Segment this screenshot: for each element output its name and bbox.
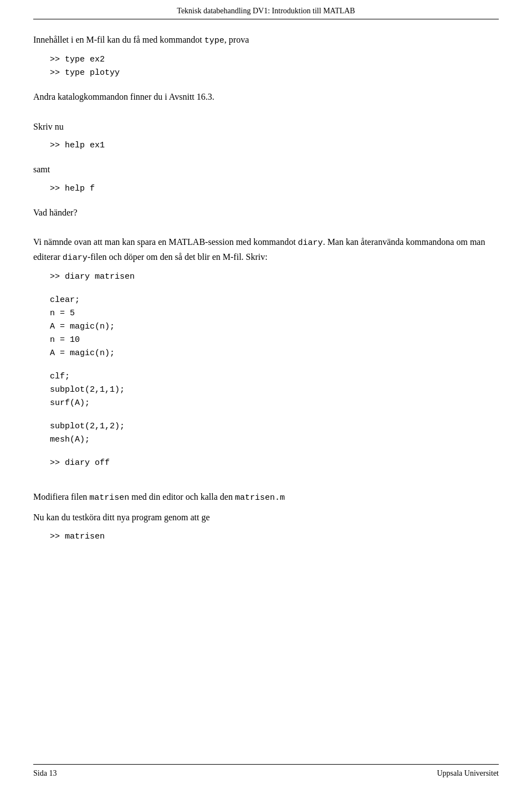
code-block-diary-off: >> diary off	[50, 457, 499, 470]
nu-kan-text: Nu kan du testköra ditt nya program geno…	[33, 513, 210, 522]
modifiera-text-2: med din editor och kalla den	[129, 492, 235, 501]
page-header: Teknisk databehandling DV1: Introduktion…	[33, 0, 499, 19]
code-block-clf-surf: clf; subplot(2,1,1); surf(A);	[50, 370, 499, 410]
code-diary-matrisen-text: >> diary matrisen	[50, 272, 135, 281]
intro-paragraph: Innehållet i en M-fil kan du få med komm…	[33, 33, 499, 48]
code-clf-surf-text: clf; subplot(2,1,1); surf(A);	[50, 372, 125, 408]
intro-text-1: Innehållet i en M-fil kan du få med komm…	[33, 35, 204, 44]
modifiera-paragraph: Modifiera filen matrisen med din editor …	[33, 490, 499, 505]
matrisen-inline-code-1: matrisen	[89, 493, 129, 503]
nu-kan-paragraph: Nu kan du testköra ditt nya program geno…	[33, 510, 499, 525]
code-block-diary-matrisen: >> diary matrisen	[50, 270, 499, 284]
diary-text-3: -filen och döper om den så det blir en M…	[88, 252, 268, 262]
code-clear-magic-text: clear; n = 5 A = magic(n); n = 10 A = ma…	[50, 295, 115, 358]
vad-hander-text: Vad händer?	[33, 208, 78, 217]
page-content: Innehållet i en M-fil kan du få med komm…	[33, 33, 499, 598]
diary-inline-code-1: diary	[298, 238, 323, 248]
skriv-nu-text: Skriv nu	[33, 122, 64, 131]
katalog-text: Andra katalogkommandon finner du i Avsni…	[33, 92, 214, 101]
code-block-help-f: >> help f	[50, 182, 499, 196]
code-block-type: >> type ex2 >> type plotyy	[50, 53, 499, 80]
code-block-clear-magic: clear; n = 5 A = magic(n); n = 10 A = ma…	[50, 294, 499, 360]
code-block-subplot-mesh: subplot(2,1,2); mesh(A);	[50, 420, 499, 447]
page-number: Sida 13	[33, 769, 57, 778]
diary-inline-code-2: diary	[63, 253, 88, 263]
samt-text: samt	[33, 165, 50, 174]
institution-name: Uppsala Universitet	[437, 769, 499, 778]
code-diary-off-text: >> diary off	[50, 458, 110, 468]
code-help-ex1-text: >> help ex1	[50, 141, 105, 150]
header-title: Teknisk databehandling DV1: Introduktion…	[177, 7, 355, 15]
code-run-matrisen-text: >> matrisen	[50, 532, 105, 541]
modifiera-text-1: Modifiera filen	[33, 492, 89, 501]
matrisen-m-inline-code: matrisen.m	[235, 493, 285, 503]
diary-paragraph: Vi nämnde ovan att man kan spara en MATL…	[33, 235, 499, 265]
code-subplot-mesh-text: subplot(2,1,2); mesh(A);	[50, 422, 125, 444]
skriv-nu-label: Skriv nu	[33, 120, 499, 134]
code-block-run-matrisen: >> matrisen	[50, 530, 499, 544]
vad-hander-paragraph: Vad händer?	[33, 206, 499, 220]
page-container: Teknisk databehandling DV1: Introduktion…	[0, 0, 532, 789]
code-type-text: >> type ex2 >> type plotyy	[50, 55, 120, 78]
samt-label: samt	[33, 162, 499, 177]
type-inline-code: type	[204, 36, 224, 45]
katalog-paragraph: Andra katalogkommandon finner du i Avsni…	[33, 90, 499, 104]
code-block-help-ex1: >> help ex1	[50, 139, 499, 152]
code-help-f-text: >> help f	[50, 184, 95, 193]
page-footer: Sida 13 Uppsala Universitet	[33, 764, 499, 778]
intro-text-2: , prova	[224, 35, 249, 44]
diary-text-1: Vi nämnde ovan att man kan spara en MATL…	[33, 237, 298, 247]
